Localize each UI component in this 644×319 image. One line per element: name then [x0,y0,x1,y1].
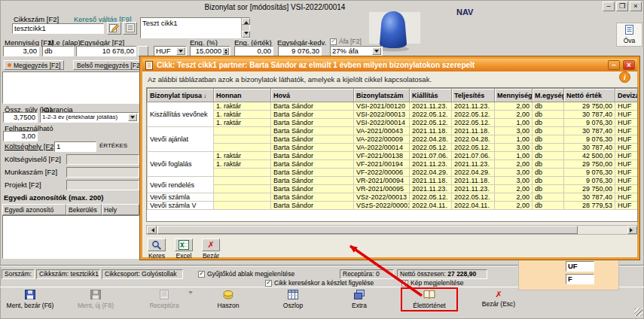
egyedi-table-body[interactable] [2,215,139,259]
chevron-down-icon[interactable] [176,47,185,55]
unit-price-extra-button[interactable] [138,46,148,56]
history-table-row[interactable]: Barta SándorVF-2022/000062022.04.29.2022… [148,169,639,177]
history-table-row[interactable]: 1. raktárBarta SándorVSI-2022/000132022.… [148,111,639,119]
tab-megjegyzes[interactable]: Megjegyzés [F2] [4,60,64,70]
history-table-row[interactable]: 1. raktárBarta SándorVSI-2022/000142022.… [148,119,639,127]
scroll-up-icon[interactable] [242,18,250,25]
kep-checkbox[interactable]: ✓ Kép megjelenítése [401,279,463,287]
munkaszam-input[interactable] [66,167,139,178]
history-table-cell: 2022.05.12. [452,193,495,202]
history-table-cell: Barta Sándor [271,119,354,127]
history-table-header[interactable]: Bizonylatszám [354,89,410,102]
save-close-button[interactable]: Ment, bezár (F6) [2,288,59,313]
egyedi-header-azonosito[interactable]: Egyedi azonosító [2,204,66,215]
garancia-select[interactable]: 1-2-3 év (értékhatár jótállás) [40,112,139,123]
profit-button[interactable]: Haszon [200,288,256,313]
info-icon[interactable]: i [619,71,630,83]
kereses-checkbox[interactable]: ✓ Cikk kereséskor a készlet figyelése [265,279,374,287]
history-table-header-row: Bizonylat típusa↓HonnanHováBizonylatszám… [148,89,639,102]
close-button[interactable]: × [630,2,642,11]
excel-export-button[interactable]: Excel [175,238,193,260]
button-label: Oszlop [283,302,303,309]
history-table-cell: VSI-2022/00014 [354,119,410,127]
currency-select[interactable]: HUF [154,46,187,56]
afa-checkbox[interactable]: ✓ Áfa [F2] [330,38,362,45]
scroll-right-icon[interactable] [627,226,637,234]
history-table-row[interactable]: Kiszállítás vevőnek1. raktárBarta Sándor… [148,102,639,111]
item-name-box[interactable]: Teszt cikk1 [140,17,250,38]
history-table-header[interactable]: Kiállítás [410,89,452,102]
background-fragment-text: F [566,274,594,284]
afa-select[interactable]: 27% áfa [330,46,383,56]
resize-grip[interactable] [634,308,642,316]
button-label: Ment, bezár (F6) [7,302,54,309]
scrollbar-thumb[interactable] [157,226,578,234]
dialog-titlebar[interactable]: Cikk: Teszt cikk1 partner: Barta Sándor … [142,59,637,71]
eng-ertek-input[interactable]: 0,00 [234,46,273,56]
koltseghely-input[interactable]: 1 [54,141,96,152]
dialog-close-footer-button[interactable]: ✗ Bezár [202,238,220,260]
columns-button[interactable]: Oszlop [265,288,321,313]
me-input[interactable]: db [42,46,74,56]
history-table-row[interactable]: Vevői ajánlatBarta SándorVA-2021/0004320… [148,127,639,135]
koltsegviselo-input[interactable] [66,154,139,165]
recipe-button[interactable]: Receptúra [134,288,194,313]
history-table-header[interactable]: Teljesítés [452,89,495,102]
history-table-row[interactable]: Vevői foglalás1. raktárBarta SándorVF-20… [148,152,639,160]
history-table-header[interactable]: Honnan [214,89,271,102]
cikkszam-input[interactable]: tesztcikk1 [12,23,104,34]
extra-cards-icon [354,290,365,301]
edit-item-button[interactable] [107,22,121,35]
item-options-button[interactable] [123,22,137,35]
item-name-scrollbar[interactable] [241,18,249,38]
history-table-header[interactable]: Nettó érték [564,89,615,102]
history-table-cell [214,127,271,135]
horizontal-scrollbar[interactable] [146,225,638,235]
chevron-down-icon[interactable] [372,47,381,55]
chevron-down-icon[interactable] [128,114,137,121]
button-label: Excel [176,252,192,260]
egysegar-input[interactable]: 10 678,00 [76,46,136,56]
extra-button[interactable]: Extra [331,288,387,313]
history-table-cell: Barta Sándor [271,102,354,111]
list-icon [126,23,135,34]
megjegyzes-textarea[interactable] [2,71,139,104]
felhasznalhato-input[interactable]: 3,00 [3,131,38,141]
history-table-header[interactable]: Mennyiség [495,89,533,102]
background-panel-peach: UF F [518,259,619,290]
maximize-button[interactable]: ❒ [616,2,628,11]
minimize-button[interactable]: – [603,2,615,11]
egyedi-header-hely[interactable]: Hely [102,204,139,215]
toolbar-close-button[interactable]: ✗ Bezár (Esc) [470,288,527,313]
history-table-header[interactable]: Bizonylat típusa↓ [148,89,214,102]
history-table-header[interactable]: Devizanem [615,89,639,102]
status-sorszam: Sorszám: 1 [2,269,35,279]
history-table-row[interactable]: Barta SándorVR-2021/000952021.11.23.2021… [148,185,639,193]
history-table-row[interactable]: Barta SándorVA-2022/000092022.04.28.2022… [148,135,639,144]
history-table-row[interactable]: Vevői számlaBarta SándorVSz-2022/0001320… [148,193,639,202]
history-table-row[interactable]: 1. raktárBarta SándorVF-2021/001942021.1… [148,160,639,169]
history-table-cell: 2021.11.23. [452,160,495,169]
spinner[interactable] [222,47,229,55]
tab-belso-megjegyzes[interactable]: Belső megjegyzés [F2] [73,60,145,70]
dialog-minimize-button[interactable]: – [608,60,620,70]
history-table-row[interactable]: Barta SándorVA-2022/000142022.05.12.2022… [148,144,639,152]
history-table-row[interactable]: Vevői számla VBarta SándorVSzS-2022/0000… [148,202,639,210]
projekt-label: Projekt [F2] [5,181,41,189]
projekt-input[interactable] [66,180,139,190]
mennyiseg-input[interactable]: 3,00 [3,46,39,56]
chevron-down-icon[interactable] [188,294,193,302]
scroll-down-icon[interactable] [242,31,250,38]
gyujtokod-checkbox[interactable]: ✓ Gyűjtőkód ablak megjelenítése [198,270,295,278]
dialog-close-button[interactable]: × [623,60,635,70]
save-new-button[interactable]: Ment, új (F8) [68,288,124,313]
egyedi-header-bekerules[interactable]: Bekerülés [66,204,102,215]
history-table-row[interactable]: Vevői rendelésBarta SándorVR-2021/000942… [148,177,639,185]
history-table-cell: 2022.04.11. [410,202,452,210]
history-table-header[interactable]: Hová [271,89,354,102]
eng-szazalek-input[interactable]: 15,0000 [190,46,230,56]
search-button[interactable]: Keres [148,238,166,260]
ossz-suly-input[interactable]: 3,7500 [3,112,38,123]
scroll-left-icon[interactable] [147,226,157,234]
history-table-header[interactable]: M.egység [533,89,564,102]
